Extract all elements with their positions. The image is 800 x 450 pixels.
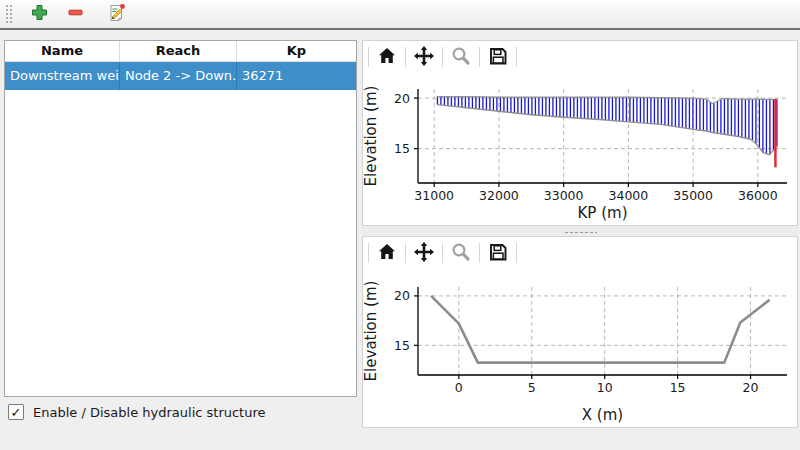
pan-icon <box>413 45 435 70</box>
svg-text:15: 15 <box>394 141 410 156</box>
app-toolbar <box>0 0 800 30</box>
column-header-name[interactable]: Name <box>5 41 120 61</box>
enable-structure-label: Enable / Disable hydraulic structure <box>33 405 266 420</box>
svg-text:0: 0 <box>455 380 463 395</box>
enable-structure-checkbox[interactable]: ✓ <box>8 404 24 420</box>
column-header-reach[interactable]: Reach <box>120 41 237 61</box>
cross-section-chart[interactable]: 051015201520X (m)Elevation (m) <box>363 269 795 425</box>
svg-text:32000: 32000 <box>479 188 519 203</box>
svg-text:X (m): X (m) <box>582 406 623 424</box>
enable-structure-row: ✓ Enable / Disable hydraulic structure <box>8 404 266 420</box>
pan-icon <box>413 241 435 266</box>
zoom-button[interactable] <box>446 239 476 267</box>
edit-structure-button[interactable] <box>104 2 130 26</box>
svg-text:Elevation (m): Elevation (m) <box>363 86 380 187</box>
cross-section-panel: 051015201520X (m)Elevation (m) <box>362 236 798 428</box>
minus-icon <box>67 4 84 24</box>
table-row[interactable]: Downstream weir Node 2 -> Down… 36271 <box>5 62 356 90</box>
plus-icon <box>31 4 48 24</box>
kp-profile-panel: 3100032000330003400035000360001520KP (m)… <box>362 40 798 226</box>
edit-icon <box>107 3 127 26</box>
zoom-icon <box>451 46 471 69</box>
pan-button[interactable] <box>409 239 439 267</box>
save-button[interactable] <box>483 43 513 71</box>
save-icon <box>488 242 508 265</box>
svg-text:5: 5 <box>528 380 536 395</box>
cell-name: Downstream weir <box>5 62 120 90</box>
cell-kp: 36271 <box>237 62 356 90</box>
home-icon <box>377 242 397 265</box>
svg-text:15: 15 <box>394 338 410 353</box>
cell-reach: Node 2 -> Down… <box>120 62 237 90</box>
zoom-button[interactable] <box>446 43 476 71</box>
hydraulic-structures-window: Name Reach Kp Downstream weir Node 2 -> … <box>0 0 800 450</box>
splitter-handle-icon <box>563 230 597 233</box>
column-header-kp[interactable]: Kp <box>237 41 356 61</box>
home-icon <box>377 46 397 69</box>
structures-table-panel: Name Reach Kp Downstream weir Node 2 -> … <box>4 40 357 397</box>
svg-text:36000: 36000 <box>738 188 778 203</box>
kp-plot-toolbar <box>363 41 797 73</box>
svg-text:10: 10 <box>597 380 613 395</box>
remove-structure-button[interactable] <box>62 2 88 26</box>
xsection-plot-toolbar <box>363 237 797 269</box>
home-button[interactable] <box>372 43 402 71</box>
table-header: Name Reach Kp <box>5 41 356 62</box>
svg-text:20: 20 <box>394 288 410 303</box>
pan-button[interactable] <box>409 43 439 71</box>
svg-text:15: 15 <box>670 380 686 395</box>
svg-text:Elevation (m): Elevation (m) <box>363 281 380 382</box>
svg-text:33000: 33000 <box>544 188 584 203</box>
zoom-icon <box>451 242 471 265</box>
kp-profile-chart[interactable]: 3100032000330003400035000360001520KP (m)… <box>363 73 795 223</box>
svg-text:20: 20 <box>743 380 759 395</box>
save-button[interactable] <box>483 239 513 267</box>
toolbar-drag-handle[interactable] <box>4 3 12 25</box>
panel-splitter[interactable] <box>362 226 798 236</box>
svg-text:35000: 35000 <box>673 188 713 203</box>
svg-text:34000: 34000 <box>609 188 649 203</box>
svg-text:20: 20 <box>394 91 410 106</box>
svg-text:31000: 31000 <box>414 188 454 203</box>
home-button[interactable] <box>372 239 402 267</box>
save-icon <box>488 46 508 69</box>
add-structure-button[interactable] <box>26 2 52 26</box>
svg-text:KP (m): KP (m) <box>578 204 628 222</box>
